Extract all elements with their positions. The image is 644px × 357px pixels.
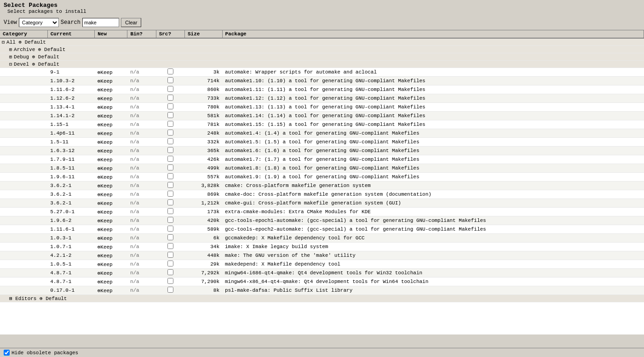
cell-new[interactable]: ⊕Keep — [95, 260, 127, 269]
cell-new[interactable]: ⊕Keep — [95, 94, 127, 103]
cell-new[interactable]: ⊕Keep — [95, 85, 127, 94]
cell-src[interactable] — [156, 103, 184, 112]
cell-category — [0, 85, 47, 94]
cell-new[interactable]: ⊕Keep — [95, 68, 127, 77]
col-src: Src? — [156, 30, 184, 38]
cell-size: 173k — [184, 208, 222, 216]
cell-current: 1.15-1 — [47, 120, 94, 129]
cell-src[interactable] — [156, 286, 184, 295]
cell-src[interactable] — [156, 190, 184, 199]
cell-package: makedepend: X Makefile dependency tool — [222, 260, 644, 269]
packages-table-container: Category Current New Bin? Src? Size Pack… — [0, 30, 644, 334]
cell-category — [0, 120, 47, 129]
category-name: Devel ⊕ Default — [14, 62, 59, 67]
cell-new[interactable]: ⊕Keep — [95, 173, 127, 181]
cell-src[interactable] — [156, 251, 184, 260]
cell-src[interactable] — [156, 155, 184, 164]
cell-src[interactable] — [156, 225, 184, 234]
cell-new[interactable]: ⊕Keep — [95, 103, 127, 112]
cell-new[interactable]: ⊕Keep — [95, 190, 127, 199]
cell-new[interactable]: ⊕Keep — [95, 251, 127, 260]
cell-current: 3.6.2-1 — [47, 181, 94, 190]
cell-bin: n/a — [127, 199, 156, 208]
cell-src[interactable] — [156, 181, 184, 190]
cell-current: 1.4p6-11 — [47, 129, 94, 138]
cell-new[interactable]: ⊕Keep — [95, 234, 127, 243]
cell-src[interactable] — [156, 138, 184, 147]
cell-package: automake1.10: (1.10) a tool for generati… — [222, 77, 644, 85]
cell-src[interactable] — [156, 164, 184, 173]
cell-src[interactable] — [156, 173, 184, 181]
cell-category — [0, 234, 47, 243]
cell-src[interactable] — [156, 278, 184, 286]
cell-package: automake1.8: (1.8) a tool for generating… — [222, 164, 644, 173]
cell-src[interactable] — [156, 120, 184, 129]
cell-new[interactable]: ⊕Keep — [95, 269, 127, 278]
cell-bin: n/a — [127, 94, 156, 103]
cell-new[interactable]: ⊕Keep — [95, 286, 127, 295]
table-row: 1.0.7-1⊕Keepn/a34kimake: X Imake legacy … — [0, 243, 644, 251]
cell-new[interactable]: ⊕Keep — [95, 181, 127, 190]
clear-button[interactable]: Clear — [121, 18, 141, 27]
cell-new[interactable]: ⊕Keep — [95, 199, 127, 208]
cell-size: 448k — [184, 251, 222, 260]
cell-src[interactable] — [156, 147, 184, 155]
cell-new[interactable]: ⊕Keep — [95, 147, 127, 155]
cell-bin: n/a — [127, 138, 156, 147]
cell-category — [0, 225, 47, 234]
cell-src[interactable] — [156, 243, 184, 251]
cell-bin: n/a — [127, 190, 156, 199]
expand-icon[interactable]: ⊟ — [2, 40, 5, 45]
expand-icon[interactable]: ⊞ — [9, 55, 12, 60]
cell-bin: n/a — [127, 243, 156, 251]
cell-bin: n/a — [127, 225, 156, 234]
col-current: Current — [47, 30, 94, 38]
cell-size: 781k — [184, 120, 222, 129]
cell-src[interactable] — [156, 94, 184, 103]
cell-src[interactable] — [156, 208, 184, 216]
cell-src[interactable] — [156, 260, 184, 269]
cell-current: 3.6.2-1 — [47, 199, 94, 208]
cell-src[interactable] — [156, 234, 184, 243]
cell-new[interactable]: ⊕Keep — [95, 155, 127, 164]
search-input[interactable] — [82, 18, 119, 27]
cell-src[interactable] — [156, 77, 184, 85]
cell-new[interactable]: ⊕Keep — [95, 278, 127, 286]
cell-new[interactable]: ⊕Keep — [95, 243, 127, 251]
table-row: 1.0.5-1⊕Keepn/a29kmakedepend: X Makefile… — [0, 260, 644, 269]
cell-size: 714k — [184, 77, 222, 85]
cell-size: 860k — [184, 85, 222, 94]
cell-src[interactable] — [156, 112, 184, 120]
cell-src[interactable] — [156, 216, 184, 225]
cell-new[interactable]: ⊕Keep — [95, 129, 127, 138]
cell-src[interactable] — [156, 68, 184, 77]
cell-new[interactable]: ⊕Keep — [95, 120, 127, 129]
cell-new[interactable]: ⊕Keep — [95, 77, 127, 85]
table-row: 1.14.1-2⊕Keepn/a581kautomake1.14: (1.14)… — [0, 112, 644, 120]
cell-new[interactable]: ⊕Keep — [95, 216, 127, 225]
col-bin: Bin? — [127, 30, 156, 38]
cell-package: mingw64-i686-qt4-qmake: Qt4 development … — [222, 269, 644, 278]
cell-new[interactable]: ⊕Keep — [95, 225, 127, 234]
category-row: ⊞Debug ⊕ Default — [0, 53, 644, 61]
expand-icon[interactable]: ⊞ — [9, 47, 12, 52]
cell-src[interactable] — [156, 199, 184, 208]
cell-package: automake1.14: (1.14) a tool for generati… — [222, 112, 644, 120]
cell-new[interactable]: ⊕Keep — [95, 208, 127, 216]
cell-size: 365k — [184, 147, 222, 155]
cell-size: 581k — [184, 112, 222, 120]
view-select[interactable]: Category Full Pending Up to date Not ins… — [19, 18, 59, 27]
cell-new[interactable]: ⊕Keep — [95, 112, 127, 120]
cell-bin: n/a — [127, 234, 156, 243]
cell-src[interactable] — [156, 129, 184, 138]
cell-size: 29k — [184, 260, 222, 269]
cell-package: automake: Wrapper scripts for automake a… — [222, 68, 644, 77]
cell-category — [0, 103, 47, 112]
cell-size: 7,292k — [184, 269, 222, 278]
cell-new[interactable]: ⊕Keep — [95, 164, 127, 173]
cell-package: psl-make-dafsa: Public Suffix List libra… — [222, 286, 644, 295]
expand-icon[interactable]: ⊟ — [9, 62, 12, 67]
cell-src[interactable] — [156, 269, 184, 278]
cell-src[interactable] — [156, 85, 184, 94]
cell-new[interactable]: ⊕Keep — [95, 138, 127, 147]
